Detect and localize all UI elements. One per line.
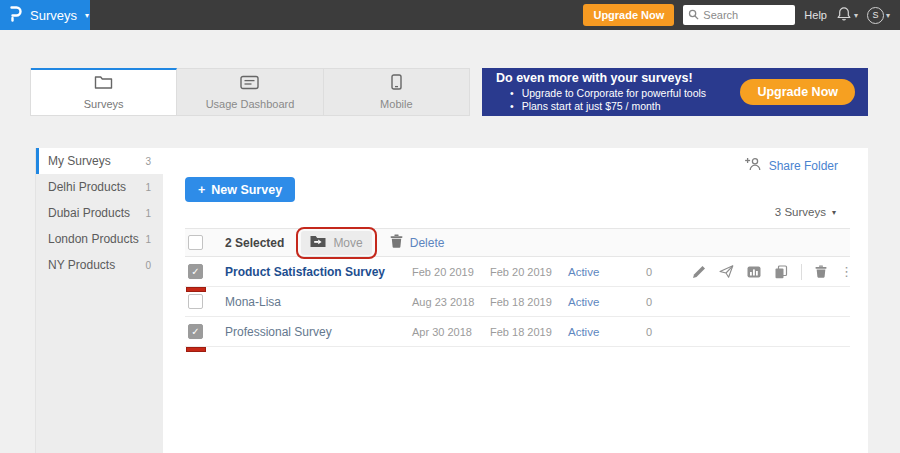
promo-banner: Do even more with your surveys! •Upgrade… [482,68,868,116]
app-window: Surveys ▾ Upgrade Now Help ▾ S ▾ [0,0,900,453]
created-date: Apr 30 2018 [412,326,490,338]
edit-pencil-icon[interactable] [692,265,706,279]
banner-upgrade-button[interactable]: Upgrade Now [740,79,855,105]
sidebar-item-dubai-products[interactable]: Dubai Products 1 [36,200,163,226]
survey-title[interactable]: Product Satisfaction Survey [225,265,412,279]
topbar-controls: Upgrade Now Help ▾ S ▾ [583,4,900,26]
row-actions: ⋮ [680,264,853,280]
folder-count: 3 [145,156,151,167]
promo-bullet: •Upgrade to Corporate for powerful tools [496,87,706,100]
help-link[interactable]: Help [804,9,827,21]
product-switcher[interactable]: Surveys ▾ [0,0,90,30]
new-survey-button[interactable]: + New Survey [185,177,295,202]
avatar: S [867,7,884,24]
selection-toolbar: 2 Selected Move Delete [185,228,850,257]
view-tabs: Surveys Usage Dashboard Mobile [30,68,470,116]
bullet-icon: • [510,100,514,112]
folder-count: 0 [145,260,151,271]
sidebar-item-my-surveys[interactable]: My Surveys 3 [36,148,163,174]
actions-divider [801,264,802,280]
chevron-down-icon: ▾ [854,11,858,20]
proprofs-logo-icon [9,5,22,26]
row-checkbox[interactable] [188,294,203,309]
product-menu-label: Surveys [30,8,77,23]
table-row: Mona-Lisa Aug 23 2018 Feb 18 2019 Active… [185,287,850,317]
chevron-down-icon: ▾ [85,11,89,20]
move-highlight-annotation: Move [296,227,376,259]
bell-icon [836,6,852,25]
modified-date: Feb 18 2019 [490,326,568,338]
folder-icon [94,75,113,94]
tab-usage-dashboard[interactable]: Usage Dashboard [177,69,323,115]
topbar: Surveys ▾ Upgrade Now Help ▾ S ▾ [0,0,900,30]
checkbox-underline-annotation [186,347,206,352]
send-icon[interactable] [719,265,734,278]
search-box[interactable] [683,5,795,25]
tab-label: Surveys [84,98,124,110]
row-trash-icon[interactable] [815,265,827,278]
created-date: Aug 23 2018 [412,296,490,308]
delete-button[interactable]: Delete [390,234,445,251]
sidebar-item-ny-products[interactable]: NY Products 0 [36,252,163,278]
move-button[interactable]: Move [301,231,371,255]
promo-bullet: •Plans start at just $75 / month [496,100,706,113]
search-icon [688,6,699,24]
tab-mobile[interactable]: Mobile [324,69,469,115]
check-icon: ✓ [191,326,199,337]
share-folder-link[interactable]: Share Folder [745,157,838,174]
folders-sidebar: My Surveys 3 Delhi Products 1 Dubai Prod… [35,148,163,453]
row-checkbox[interactable]: ✓ [188,324,203,339]
notifications-menu[interactable]: ▾ [836,6,858,25]
status-badge[interactable]: Active [568,266,646,278]
status-badge[interactable]: Active [568,326,646,338]
surveys-count-dropdown[interactable]: 3 Surveys ▾ [775,206,836,218]
responses-count: 0 [646,266,680,278]
table-row: ✓ Product Satisfaction Survey Feb 20 201… [185,257,850,287]
row-checkbox-cell: ✓ [185,324,225,339]
created-date: Feb 20 2019 [412,266,490,278]
upgrade-now-button[interactable]: Upgrade Now [583,4,674,26]
more-options-icon[interactable]: ⋮ [840,266,853,278]
duplicate-copy-icon[interactable] [774,265,788,279]
bullet-icon: • [510,87,514,99]
dashboard-icon [240,75,259,94]
reports-stats-icon[interactable] [747,266,761,278]
search-input[interactable] [703,9,783,21]
surveys-table: ✓ Product Satisfaction Survey Feb 20 201… [185,257,850,347]
chevron-down-icon: ▾ [832,208,836,217]
folder-count: 1 [145,234,151,245]
account-menu[interactable]: S ▾ [867,7,890,24]
sidebar-item-delhi-products[interactable]: Delhi Products 1 [36,174,163,200]
row-checkbox-cell [185,294,225,309]
tab-label: Mobile [380,98,412,110]
selected-count: 2 Selected [225,236,284,250]
plus-icon: + [198,183,205,197]
trash-icon [390,234,403,251]
main-content: Share Folder + New Survey 3 Surveys ▾ 2 … [163,148,868,453]
row-checkbox-cell: ✓ [185,264,225,279]
promo-title: Do even more with your surveys! [496,71,706,85]
status-badge[interactable]: Active [568,296,646,308]
responses-count: 0 [646,326,680,338]
tab-label: Usage Dashboard [206,98,295,110]
select-all-checkbox[interactable] [188,235,203,250]
chevron-down-icon: ▾ [886,11,890,20]
mobile-icon [391,74,402,94]
tab-surveys[interactable]: Surveys [31,68,177,115]
modified-date: Feb 20 2019 [490,266,568,278]
checkbox-underline-annotation [186,287,206,292]
folder-count: 1 [145,182,151,193]
move-folder-icon [310,235,326,251]
row-checkbox[interactable]: ✓ [188,264,203,279]
check-icon: ✓ [191,266,199,277]
survey-title[interactable]: Professional Survey [225,325,412,339]
share-person-icon [745,157,762,174]
promo-text: Do even more with your surveys! •Upgrade… [482,71,706,113]
table-row: ✓ Professional Survey Apr 30 2018 Feb 18… [185,317,850,347]
survey-title[interactable]: Mona-Lisa [225,295,412,309]
folder-count: 1 [145,208,151,219]
responses-count: 0 [646,296,680,308]
sidebar-item-london-products[interactable]: London Products 1 [36,226,163,252]
modified-date: Feb 18 2019 [490,296,568,308]
